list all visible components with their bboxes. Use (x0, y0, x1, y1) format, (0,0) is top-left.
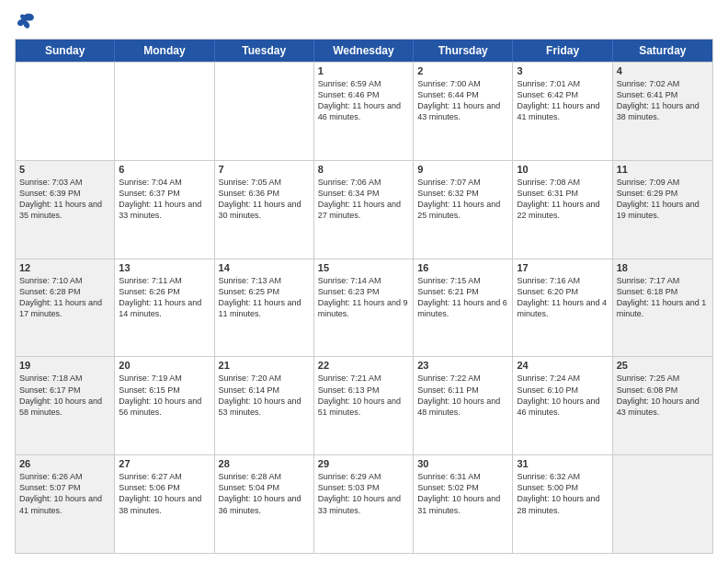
day-number: 17 (517, 262, 608, 273)
week-row-1: 1Sunrise: 6:59 AM Sunset: 6:46 PM Daylig… (16, 62, 712, 160)
day-info: Sunrise: 7:06 AM Sunset: 6:34 PM Dayligh… (318, 177, 409, 222)
day-number: 29 (318, 458, 409, 469)
day-header-wednesday: Wednesday (314, 40, 414, 62)
cal-cell: 20Sunrise: 7:19 AM Sunset: 6:15 PM Dayli… (115, 357, 214, 454)
cal-cell: 31Sunrise: 6:32 AM Sunset: 5:00 PM Dayli… (513, 455, 612, 553)
cal-cell: 25Sunrise: 7:25 AM Sunset: 6:08 PM Dayli… (613, 357, 712, 454)
day-info: Sunrise: 7:25 AM Sunset: 6:08 PM Dayligh… (617, 373, 709, 418)
day-info: Sunrise: 6:27 AM Sunset: 5:06 PM Dayligh… (119, 471, 210, 516)
cal-cell: 2Sunrise: 7:00 AM Sunset: 6:44 PM Daylig… (414, 63, 513, 160)
cal-cell: 7Sunrise: 7:05 AM Sunset: 6:36 PM Daylig… (215, 161, 314, 259)
cal-cell: 29Sunrise: 6:29 AM Sunset: 5:03 PM Dayli… (314, 455, 414, 553)
day-number: 23 (417, 360, 508, 371)
cal-cell: 24Sunrise: 7:24 AM Sunset: 6:10 PM Dayli… (513, 357, 612, 454)
week-row-3: 12Sunrise: 7:10 AM Sunset: 6:28 PM Dayli… (16, 259, 712, 357)
day-number: 9 (417, 164, 508, 175)
day-number: 30 (417, 458, 508, 469)
cal-cell: 12Sunrise: 7:10 AM Sunset: 6:28 PM Dayli… (16, 259, 115, 357)
cal-cell: 28Sunrise: 6:28 AM Sunset: 5:04 PM Dayli… (215, 455, 314, 553)
day-info: Sunrise: 7:14 AM Sunset: 6:23 PM Dayligh… (318, 275, 409, 320)
day-number: 28 (219, 458, 310, 469)
day-number: 6 (119, 164, 210, 175)
day-number: 18 (617, 262, 709, 273)
day-number: 19 (19, 360, 110, 371)
day-info: Sunrise: 7:03 AM Sunset: 6:39 PM Dayligh… (19, 177, 110, 222)
day-number: 13 (119, 262, 210, 273)
day-info: Sunrise: 7:09 AM Sunset: 6:29 PM Dayligh… (617, 177, 709, 222)
day-info: Sunrise: 7:07 AM Sunset: 6:32 PM Dayligh… (417, 177, 508, 222)
day-number: 3 (517, 65, 608, 76)
day-info: Sunrise: 6:32 AM Sunset: 5:00 PM Dayligh… (517, 471, 608, 516)
calendar-body: 1Sunrise: 6:59 AM Sunset: 6:46 PM Daylig… (16, 62, 712, 553)
cal-cell (215, 63, 314, 160)
page-container: SundayMondayTuesdayWednesdayThursdayFrid… (0, 0, 728, 563)
day-number: 31 (517, 458, 608, 469)
day-header-thursday: Thursday (414, 40, 513, 62)
day-info: Sunrise: 7:21 AM Sunset: 6:13 PM Dayligh… (318, 373, 409, 418)
cal-cell: 30Sunrise: 6:31 AM Sunset: 5:02 PM Dayli… (414, 455, 513, 553)
cal-cell: 6Sunrise: 7:04 AM Sunset: 6:37 PM Daylig… (115, 161, 214, 259)
day-header-saturday: Saturday (613, 40, 712, 62)
day-number: 8 (318, 164, 409, 175)
cal-cell: 1Sunrise: 6:59 AM Sunset: 6:46 PM Daylig… (314, 63, 414, 160)
day-header-monday: Monday (115, 40, 214, 62)
cal-cell: 8Sunrise: 7:06 AM Sunset: 6:34 PM Daylig… (314, 161, 414, 259)
day-number: 1 (318, 65, 409, 76)
day-number: 11 (617, 164, 709, 175)
day-number: 4 (617, 65, 709, 76)
cal-cell: 16Sunrise: 7:15 AM Sunset: 6:21 PM Dayli… (414, 259, 513, 357)
cal-cell: 18Sunrise: 7:17 AM Sunset: 6:18 PM Dayli… (613, 259, 712, 357)
day-header-friday: Friday (513, 40, 612, 62)
week-row-4: 19Sunrise: 7:18 AM Sunset: 6:17 PM Dayli… (16, 356, 712, 454)
cal-cell (115, 63, 214, 160)
day-number: 21 (219, 360, 310, 371)
cal-cell: 4Sunrise: 7:02 AM Sunset: 6:41 PM Daylig… (613, 63, 712, 160)
cal-cell: 19Sunrise: 7:18 AM Sunset: 6:17 PM Dayli… (16, 357, 115, 454)
day-header-tuesday: Tuesday (215, 40, 314, 62)
calendar: SundayMondayTuesdayWednesdayThursdayFrid… (15, 39, 713, 554)
cal-cell: 3Sunrise: 7:01 AM Sunset: 6:42 PM Daylig… (513, 63, 612, 160)
day-info: Sunrise: 7:15 AM Sunset: 6:21 PM Dayligh… (417, 275, 508, 320)
day-info: Sunrise: 7:08 AM Sunset: 6:31 PM Dayligh… (517, 177, 608, 222)
day-info: Sunrise: 7:13 AM Sunset: 6:25 PM Dayligh… (219, 275, 310, 320)
logo-bird-icon (15, 11, 35, 31)
day-number: 15 (318, 262, 409, 273)
day-info: Sunrise: 7:19 AM Sunset: 6:15 PM Dayligh… (119, 373, 210, 418)
day-number: 20 (119, 360, 210, 371)
cal-cell: 21Sunrise: 7:20 AM Sunset: 6:14 PM Dayli… (215, 357, 314, 454)
day-number: 24 (517, 360, 608, 371)
week-row-2: 5Sunrise: 7:03 AM Sunset: 6:39 PM Daylig… (16, 160, 712, 259)
day-number: 22 (318, 360, 409, 371)
day-info: Sunrise: 7:00 AM Sunset: 6:44 PM Dayligh… (417, 78, 508, 123)
day-info: Sunrise: 7:05 AM Sunset: 6:36 PM Dayligh… (219, 177, 310, 222)
day-number: 2 (417, 65, 508, 76)
day-number: 10 (517, 164, 608, 175)
day-number: 12 (19, 262, 110, 273)
cal-cell: 10Sunrise: 7:08 AM Sunset: 6:31 PM Dayli… (513, 161, 612, 259)
day-info: Sunrise: 6:28 AM Sunset: 5:04 PM Dayligh… (219, 471, 310, 516)
cal-cell: 23Sunrise: 7:22 AM Sunset: 6:11 PM Dayli… (414, 357, 513, 454)
day-info: Sunrise: 7:24 AM Sunset: 6:10 PM Dayligh… (517, 373, 608, 418)
day-info: Sunrise: 7:11 AM Sunset: 6:26 PM Dayligh… (119, 275, 210, 320)
cal-cell: 15Sunrise: 7:14 AM Sunset: 6:23 PM Dayli… (314, 259, 414, 357)
day-number: 27 (119, 458, 210, 469)
day-info: Sunrise: 7:18 AM Sunset: 6:17 PM Dayligh… (19, 373, 110, 418)
cal-cell: 27Sunrise: 6:27 AM Sunset: 5:06 PM Dayli… (115, 455, 214, 553)
day-info: Sunrise: 7:10 AM Sunset: 6:28 PM Dayligh… (19, 275, 110, 320)
cal-cell: 22Sunrise: 7:21 AM Sunset: 6:13 PM Dayli… (314, 357, 414, 454)
day-number: 7 (219, 164, 310, 175)
day-number: 26 (19, 458, 110, 469)
day-number: 5 (19, 164, 110, 175)
cal-cell: 14Sunrise: 7:13 AM Sunset: 6:25 PM Dayli… (215, 259, 314, 357)
cal-cell: 17Sunrise: 7:16 AM Sunset: 6:20 PM Dayli… (513, 259, 612, 357)
day-info: Sunrise: 7:04 AM Sunset: 6:37 PM Dayligh… (119, 177, 210, 222)
day-info: Sunrise: 7:16 AM Sunset: 6:20 PM Dayligh… (517, 275, 608, 320)
day-info: Sunrise: 7:17 AM Sunset: 6:18 PM Dayligh… (617, 275, 709, 320)
day-number: 16 (417, 262, 508, 273)
week-row-5: 26Sunrise: 6:26 AM Sunset: 5:07 PM Dayli… (16, 454, 712, 553)
day-info: Sunrise: 6:29 AM Sunset: 5:03 PM Dayligh… (318, 471, 409, 516)
day-info: Sunrise: 7:22 AM Sunset: 6:11 PM Dayligh… (417, 373, 508, 418)
cal-cell (16, 63, 115, 160)
calendar-header: SundayMondayTuesdayWednesdayThursdayFrid… (16, 40, 712, 62)
cal-cell: 11Sunrise: 7:09 AM Sunset: 6:29 PM Dayli… (613, 161, 712, 259)
